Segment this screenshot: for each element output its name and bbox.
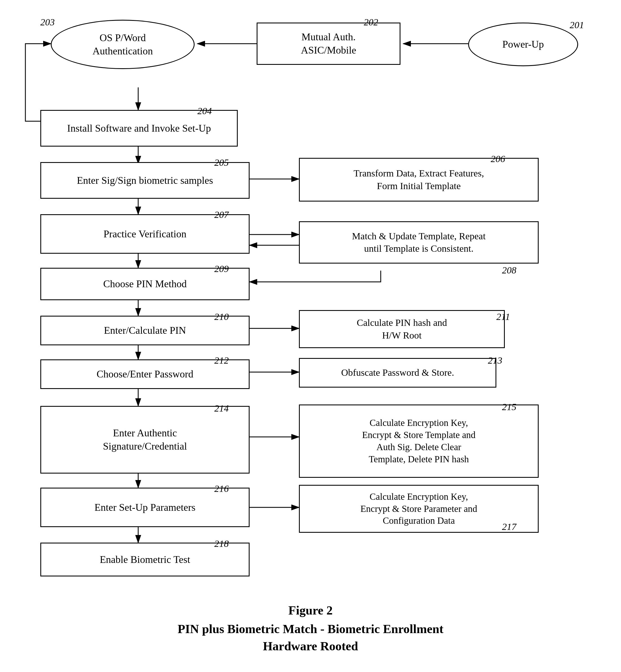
calc-enc-key2-ref: 217	[502, 522, 516, 532]
enter-sig-label: Enter Sig/Sign biometric samples	[77, 174, 213, 187]
caption-area: Figure 2 PIN plus Biometric Match - Biom…	[0, 603, 621, 655]
enable-biometric-label: Enable Biometric Test	[100, 553, 190, 566]
obfuscate-password-label: Obfuscate Password & Store.	[341, 366, 454, 379]
power-up-node: Power-Up	[468, 23, 578, 66]
practice-verification-ref: 207	[214, 210, 229, 220]
os-pword-ref: 203	[40, 17, 55, 28]
transform-data-label: Transform Data, Extract Features,Form In…	[354, 167, 484, 192]
diagram-container: Power-Up 201 Mutual Auth.ASIC/Mobile 202…	[0, 0, 621, 672]
mutual-auth-node: Mutual Auth.ASIC/Mobile	[257, 23, 401, 65]
enter-authentic-node: Enter AuthenticSignature/Credential	[40, 406, 250, 474]
calc-enc-key1-ref: 215	[502, 402, 516, 412]
os-pword-label: OS P/WordAuthentication	[92, 31, 153, 58]
figure-label: Figure 2	[0, 603, 621, 618]
match-update-label: Match & Update Template, Repeatuntil Tem…	[352, 230, 486, 255]
calc-enc-key2-label: Calculate Encryption Key,Encrypt & Store…	[361, 491, 477, 527]
match-update-ref: 208	[502, 265, 516, 276]
practice-verification-label: Practice Verification	[104, 227, 187, 241]
enter-calc-pin-ref: 210	[214, 311, 229, 322]
mutual-auth-ref: 202	[364, 17, 378, 28]
enter-calc-pin-label: Enter/Calculate PIN	[104, 324, 186, 337]
choose-pin-label: Choose PIN Method	[103, 277, 187, 290]
obfuscate-password-ref: 213	[488, 355, 502, 366]
enter-setup-ref: 216	[214, 483, 229, 494]
transform-data-node: Transform Data, Extract Features,Form In…	[299, 158, 539, 201]
transform-data-ref: 206	[491, 153, 505, 164]
figure-subtitle-line2: Hardware Rooted	[0, 638, 621, 655]
os-pword-node: OS P/WordAuthentication	[51, 20, 195, 69]
power-up-label: Power-Up	[502, 38, 544, 51]
calc-enc-key1-node: Calculate Encryption Key,Encrypt & Store…	[299, 404, 539, 478]
enable-biometric-ref: 218	[214, 538, 229, 549]
enter-setup-label: Enter Set-Up Parameters	[94, 501, 196, 514]
practice-verification-node: Practice Verification	[40, 214, 250, 254]
calc-enc-key1-label: Calculate Encryption Key,Encrypt & Store…	[362, 417, 475, 465]
choose-password-label: Choose/Enter Password	[97, 368, 194, 381]
power-up-ref: 201	[570, 20, 584, 31]
enter-authentic-label: Enter AuthenticSignature/Credential	[103, 427, 187, 453]
calc-pin-hash-label: Calculate PIN hash andH/W Root	[357, 317, 447, 341]
choose-password-ref: 212	[214, 355, 229, 366]
calc-pin-hash-node: Calculate PIN hash andH/W Root	[299, 310, 505, 348]
mutual-auth-label: Mutual Auth.ASIC/Mobile	[301, 31, 356, 57]
enter-sig-ref: 205	[214, 157, 229, 168]
obfuscate-password-node: Obfuscate Password & Store.	[299, 358, 496, 388]
match-update-node: Match & Update Template, Repeatuntil Tem…	[299, 221, 539, 264]
calc-pin-hash-ref: 211	[496, 311, 510, 322]
choose-pin-ref: 209	[214, 264, 229, 274]
install-software-label: Install Software and Invoke Set-Up	[67, 122, 211, 135]
figure-subtitle-line1: PIN plus Biometric Match - Biometric Enr…	[0, 620, 621, 638]
install-software-ref: 204	[197, 106, 212, 117]
enter-authentic-ref: 214	[214, 403, 229, 414]
